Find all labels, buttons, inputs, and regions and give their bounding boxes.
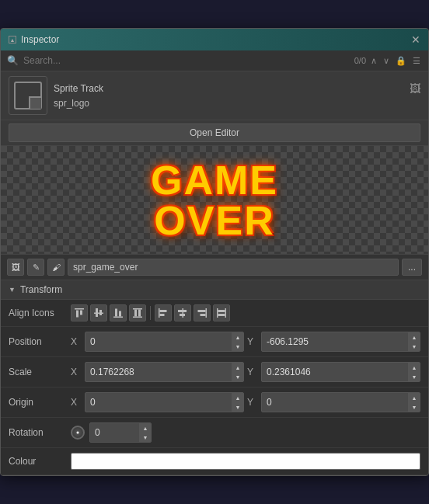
svg-rect-24	[218, 310, 225, 312]
sprite-edit-button[interactable]: ✎	[27, 259, 44, 276]
properties-area: Align Icons	[1, 300, 428, 475]
colour-label: Colour	[9, 456, 71, 467]
origin-x-axis: X	[71, 397, 82, 408]
svg-rect-16	[183, 308, 184, 318]
search-lock-button[interactable]: 🔒	[394, 56, 408, 66]
align-separator	[150, 306, 151, 320]
origin-row: Origin X ▲ ▼ Y ▲ ▼	[1, 388, 428, 418]
search-input[interactable]	[23, 55, 350, 66]
scale-x-up[interactable]: ▲	[232, 363, 243, 372]
search-up-button[interactable]: ∧	[369, 56, 378, 66]
rotation-dial[interactable]	[71, 426, 85, 440]
position-label: Position	[9, 336, 71, 347]
svg-rect-17	[178, 310, 187, 312]
position-y-spinner: ▲ ▼	[408, 332, 420, 351]
sprite-brush-button[interactable]: 🖌	[47, 259, 65, 276]
scale-x-input-wrap: ▲ ▼	[85, 362, 244, 382]
scale-x-input[interactable]	[85, 365, 232, 379]
svg-rect-22	[217, 308, 218, 318]
game-over-graphic: GAME OVER	[151, 160, 278, 241]
search-down-button[interactable]: ∨	[382, 56, 391, 66]
position-y-up[interactable]: ▲	[409, 332, 420, 342]
scale-y-axis: Y	[247, 367, 258, 377]
svg-rect-7	[115, 309, 117, 317]
position-x-input[interactable]	[85, 335, 232, 349]
svg-rect-23	[225, 308, 227, 318]
sprite-track-label: Sprite Track	[54, 83, 103, 94]
position-y-input-wrap: ▲ ▼	[261, 332, 420, 352]
scale-y-spinner: ▲ ▼	[408, 363, 420, 381]
sprite-more-button[interactable]: ...	[402, 259, 422, 276]
svg-rect-14	[160, 310, 167, 312]
svg-rect-12	[138, 310, 141, 317]
align-icons-container	[71, 304, 230, 322]
scale-y-down[interactable]: ▼	[409, 372, 420, 381]
origin-x-down[interactable]: ▼	[232, 402, 243, 412]
align-top-button[interactable]	[71, 304, 88, 322]
origin-y-up[interactable]: ▲	[409, 393, 420, 402]
svg-rect-19	[206, 308, 208, 318]
svg-rect-10	[133, 317, 142, 318]
svg-rect-11	[134, 310, 137, 317]
sprite-view-button[interactable]: 🖼	[7, 259, 24, 276]
svg-rect-8	[119, 311, 121, 317]
position-x-up[interactable]: ▲	[232, 332, 243, 342]
rotation-up[interactable]: ▲	[140, 423, 151, 433]
align-right-button[interactable]	[194, 304, 211, 322]
open-editor-button[interactable]: Open Editor	[9, 123, 420, 142]
search-icon: 🔍	[7, 55, 19, 66]
svg-rect-9	[133, 308, 142, 310]
sprite-thumb-inner	[14, 82, 42, 109]
align-icons-label: Align Icons	[9, 308, 71, 318]
align-stretch-h-button[interactable]	[213, 304, 230, 322]
rotation-input[interactable]	[90, 426, 139, 440]
origin-label: Origin	[9, 397, 71, 408]
svg-rect-25	[218, 314, 225, 316]
position-y-down[interactable]: ▼	[409, 342, 420, 351]
rotation-input-wrap: ▲ ▼	[89, 422, 152, 443]
position-y-axis: Y	[247, 336, 258, 347]
origin-x-spinner: ▲ ▼	[232, 393, 243, 412]
sprite-name: spr_logo	[54, 98, 420, 109]
align-vcenter-button[interactable]	[90, 304, 107, 322]
svg-rect-21	[201, 314, 206, 316]
close-button[interactable]: ✕	[411, 33, 420, 46]
colour-row: Colour	[1, 448, 428, 475]
title-bar: Inspector ✕	[1, 29, 428, 50]
position-x-input-wrap: ▲ ▼	[85, 332, 244, 352]
align-left-button[interactable]	[155, 304, 172, 322]
rotation-controls: ▲ ▼	[71, 422, 152, 443]
scale-row: Scale X ▲ ▼ Y ▲ ▼	[1, 357, 428, 388]
scale-y-input[interactable]	[262, 365, 408, 379]
align-hcenter-button[interactable]	[174, 304, 191, 322]
rotation-down[interactable]: ▼	[140, 433, 151, 442]
rotation-label: Rotation	[9, 427, 71, 438]
scale-x-down[interactable]: ▼	[232, 372, 243, 381]
origin-x-input[interactable]	[85, 395, 232, 409]
align-icons-row: Align Icons	[1, 300, 428, 327]
search-menu-button[interactable]: ☰	[411, 56, 422, 66]
origin-y-down[interactable]: ▼	[409, 402, 420, 412]
position-x-spinner: ▲ ▼	[232, 332, 243, 351]
position-x-down[interactable]: ▼	[232, 342, 243, 351]
align-stretch-v-button[interactable]	[129, 304, 146, 322]
transform-label: Transform	[20, 284, 62, 295]
svg-rect-4	[96, 308, 98, 317]
sprite-name-field[interactable]	[68, 259, 399, 276]
inspector-window: Inspector ✕ 🔍 0/0 ∧ ∨ 🔒 ☰ Sprite Track 🖼…	[0, 28, 429, 476]
position-y-input[interactable]	[262, 335, 408, 349]
window-title: Inspector	[21, 34, 59, 45]
scale-x-spinner: ▲ ▼	[232, 363, 243, 381]
scale-y-up[interactable]: ▲	[409, 363, 420, 372]
sprite-thumb	[9, 76, 47, 115]
align-bottom-button[interactable]	[110, 304, 127, 322]
colour-swatch[interactable]	[71, 453, 420, 470]
sprite-name-row: 🖼 ✎ 🖌 ...	[1, 255, 428, 280]
search-bar: 🔍 0/0 ∧ ∨ 🔒 ☰	[1, 50, 428, 71]
origin-x-up[interactable]: ▲	[232, 393, 243, 402]
svg-rect-20	[198, 310, 206, 312]
origin-y-input[interactable]	[262, 395, 408, 409]
position-x-axis: X	[71, 336, 82, 347]
svg-rect-0	[75, 308, 84, 310]
origin-y-input-wrap: ▲ ▼	[261, 392, 420, 412]
